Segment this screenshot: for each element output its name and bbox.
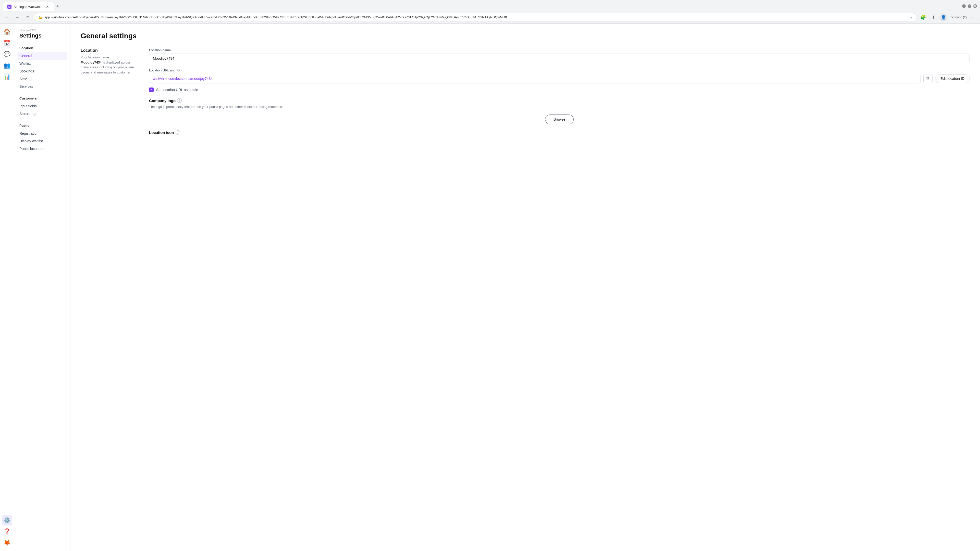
location-label-column: Location Your location name Moodjoy7434 … [81, 48, 137, 135]
sidebar: Moodjoy7434 Settings Location General Wa… [14, 24, 70, 551]
sidebar-item-bookings[interactable]: Bookings [18, 67, 67, 75]
location-name-input[interactable] [149, 54, 970, 63]
location-url-row: waitwhile.com/locations/moodjoy7434 ⧉ Ed… [149, 74, 970, 83]
browse-button[interactable]: Browse [545, 114, 574, 124]
copy-url-button[interactable]: ⧉ [923, 74, 932, 83]
nav-icon-chart[interactable]: 📊 [2, 72, 12, 82]
browser-toolbar: ← → ↻ 🔒 app.waitwhile.com/settings/gener… [0, 11, 980, 24]
nav-icon-avatar[interactable]: 🦊 [2, 538, 12, 548]
sidebar-item-waitlist[interactable]: Waitlist [18, 60, 67, 67]
nav-icon-chat[interactable]: 💬 [2, 49, 12, 59]
tab-close-button[interactable]: ✕ [45, 4, 50, 9]
nav-icon-home[interactable]: 🏠 [2, 27, 12, 37]
sidebar-item-serving[interactable]: Serving [18, 75, 67, 83]
download-button[interactable]: ⬇ [929, 13, 937, 21]
forward-button[interactable]: → [13, 13, 21, 21]
extensions-button[interactable]: 🧩 [919, 13, 927, 21]
set-public-label: Set location URL as public [156, 88, 198, 92]
set-public-checkbox[interactable]: ✓ [149, 87, 154, 92]
new-tab-button[interactable]: + [54, 3, 61, 10]
sidebar-section-label-customers: Customers [18, 95, 67, 102]
lock-icon: 🔒 [38, 15, 42, 19]
location-section-description: Your location name Moodjoy7434 is displa… [81, 55, 137, 75]
address-bar[interactable]: 🔒 app.waitwhile.com/settings/general?aut… [34, 13, 917, 21]
browser-tab[interactable]: M Settings | Waitwhile ✕ [3, 2, 54, 11]
nav-icon-calendar[interactable]: 📅 [2, 38, 12, 48]
sidebar-title: Settings [19, 32, 65, 39]
app-layout: 🏠 📅 💬 👥 📊 ⚙️ ❓ 🦊 Moodjoy7434 Settings Lo… [0, 24, 980, 551]
page-title: General settings [81, 32, 970, 40]
sidebar-org: Moodjoy7434 [19, 29, 65, 32]
nav-icon-settings[interactable]: ⚙️ [2, 515, 12, 526]
tab-favicon: M [7, 5, 11, 9]
bookmark-icon[interactable]: ☆ [909, 15, 913, 20]
location-settings-content: Location name Location URL and ID waitwh… [149, 48, 970, 135]
incognito-label: Incognito (2) [950, 16, 967, 19]
location-url-label: Location URL and ID [149, 68, 970, 72]
tab-title: Settings | Waitwhile [14, 5, 42, 9]
set-public-row: ✓ Set location URL as public [149, 87, 970, 92]
window-minimize-button[interactable]: − [962, 4, 966, 8]
window-close-button[interactable]: ✕ [974, 4, 977, 8]
location-icon-heading: Location icon [149, 130, 174, 135]
sidebar-section-customers: Customers Input fields Status tags [14, 91, 70, 119]
profile-button[interactable]: 👤 [939, 13, 948, 21]
company-logo-heading: Company logo [149, 98, 176, 103]
sidebar-item-status-tags[interactable]: Status tags [18, 110, 67, 118]
location-section-heading: Location [81, 48, 137, 53]
sidebar-section-public: Public Registration Display waitlist Pub… [14, 119, 70, 154]
back-button[interactable]: ← [3, 13, 11, 21]
checkbox-check-icon: ✓ [150, 88, 153, 92]
sidebar-item-public-locations[interactable]: Public locations [18, 145, 67, 152]
sidebar-section-location: Location General Waitlist Bookings Servi… [14, 41, 70, 91]
location-icon-title-row: Location icon ? [149, 130, 970, 135]
sidebar-item-services[interactable]: Services [18, 83, 67, 90]
sidebar-header: Moodjoy7434 Settings [14, 24, 70, 41]
company-logo-title-row: Company logo ? [149, 98, 970, 103]
sidebar-item-registration[interactable]: Registration [18, 130, 67, 137]
nav-icon-help[interactable]: ❓ [2, 527, 12, 537]
edit-location-id-button[interactable]: Edit location ID [935, 74, 970, 83]
company-logo-description: The logo is prominently featured on your… [149, 104, 970, 110]
nav-icon-users[interactable]: 👥 [2, 60, 12, 71]
sidebar-item-display-waitlist[interactable]: Display waitlist [18, 137, 67, 145]
main-content: General settings Location Your location … [70, 24, 980, 551]
location-url-value[interactable]: waitwhile.com/locations/moodjoy7434 [149, 74, 921, 83]
sidebar-section-label-location: Location [18, 45, 67, 52]
menu-button[interactable]: ⋮ [969, 13, 977, 21]
location-settings-row: Location Your location name Moodjoy7434 … [81, 48, 970, 135]
refresh-button[interactable]: ↻ [24, 13, 32, 21]
location-name-label: Location name [149, 48, 970, 52]
company-logo-section: Company logo ? The logo is prominently f… [149, 98, 970, 124]
window-maximize-button[interactable]: □ [968, 4, 971, 8]
company-logo-help-icon[interactable]: ? [177, 98, 182, 103]
sidebar-item-input-fields[interactable]: Input fields [18, 102, 67, 110]
location-icon-help-icon[interactable]: ? [176, 130, 180, 135]
sidebar-item-general[interactable]: General [18, 52, 67, 60]
browser-chrome: M Settings | Waitwhile ✕ + − □ ✕ ← → ↻ 🔒… [0, 0, 980, 24]
sidebar-section-label-public: Public [18, 123, 67, 130]
url-text: app.waitwhile.com/settings/general?authT… [45, 15, 907, 19]
icon-nav: 🏠 📅 💬 👥 📊 ⚙️ ❓ 🦊 [0, 24, 14, 551]
